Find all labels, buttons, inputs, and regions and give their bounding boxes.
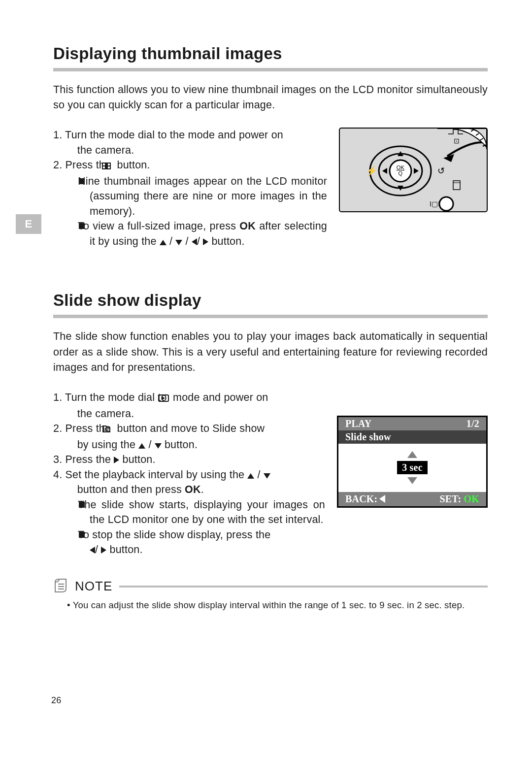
camera-diagram: OK Q ⚡ ↺ ⊡ I▢I: [339, 128, 488, 223]
lcd-subtitle: Slide show: [338, 430, 486, 444]
divider: [53, 68, 488, 71]
section1-body: 1. Turn the mode dial to the mode and po…: [53, 128, 488, 249]
lcd-footer: BACK: SET: OK: [338, 492, 486, 506]
up-icon: [160, 240, 166, 245]
lcd-interval-area: 3 sec: [338, 444, 486, 492]
sub-step: Nine thumbnail images appear on the LCD …: [79, 174, 327, 219]
step: 2. Press the button. Nine thumbnail imag…: [53, 158, 327, 249]
step: 3. Press the button.: [53, 452, 325, 467]
text: button and move to Slide show: [114, 423, 265, 434]
down-icon: [175, 240, 182, 245]
section-title-slideshow: Slide show display: [53, 291, 488, 310]
lcd-set-ok: OK: [464, 493, 479, 504]
sub-step: To stop the slide show display, press th…: [79, 527, 325, 557]
note-header: NOTE: [53, 578, 488, 595]
divider: [53, 315, 488, 318]
section2-body: 1. Turn the mode dial to mode and power …: [53, 390, 488, 557]
svg-rect-5: [339, 128, 487, 212]
text: .: [201, 484, 204, 495]
step: 2. Press the button and move to Slide sh…: [53, 421, 325, 452]
text: button and then press: [77, 484, 185, 495]
lcd-interval: 3 sec: [397, 461, 428, 474]
svg-text:↺: ↺: [437, 166, 445, 176]
text: mode and power on: [170, 392, 268, 403]
sub-step: To view a full-sized image, press OK aft…: [79, 219, 327, 249]
text: button.: [208, 235, 244, 247]
note-label: NOTE: [75, 579, 112, 594]
side-tab: E: [16, 214, 41, 234]
text: button.: [119, 454, 155, 465]
lcd-mockup: PLAY 1/2 Slide show 3 sec BACK: SET: OK: [337, 416, 488, 508]
svg-text:Q: Q: [399, 170, 403, 176]
up-icon: [407, 451, 417, 458]
right-icon: [114, 457, 119, 463]
down-icon: [264, 473, 270, 479]
section2-intro: The slide show function enables you to p…: [53, 329, 488, 375]
lcd-set-label: SET:: [440, 493, 464, 504]
left-icon: [379, 495, 385, 503]
svg-text:I▢I: I▢I: [430, 200, 440, 208]
note-icon: [53, 578, 68, 595]
lcd-header: PLAY 1/2: [338, 417, 486, 430]
note-text: • You can adjust the slide show display …: [67, 599, 488, 612]
lcd-back-label: BACK:: [345, 493, 377, 504]
manual-page: E Displaying thumbnail images This funct…: [0, 0, 532, 784]
text: button.: [106, 544, 142, 555]
text: 1. Turn the mode dial to: [53, 392, 170, 403]
section-title-thumbnails: Displaying thumbnail images: [53, 44, 488, 63]
svg-text:⚡: ⚡: [366, 165, 377, 176]
svg-text:OK: OK: [397, 164, 405, 170]
left-icon: [192, 238, 197, 245]
text: button.: [162, 439, 198, 451]
text: button.: [114, 159, 150, 171]
step: 1. Turn the mode dial to the mode and po…: [53, 128, 327, 158]
down-icon: [155, 443, 162, 449]
section2-steps: 1. Turn the mode dial to mode and power …: [53, 390, 325, 557]
svg-marker-28: [162, 396, 165, 400]
lcd-title: PLAY: [345, 418, 371, 429]
ok-label: OK: [185, 484, 201, 495]
svg-rect-4: [108, 166, 110, 168]
section1-steps: 1. Turn the mode dial to the mode and po…: [53, 128, 327, 249]
text: To view a full-sized image, press: [78, 220, 239, 232]
right-icon: [203, 238, 208, 245]
text: 4. Set the playback interval by using th…: [53, 469, 247, 481]
svg-rect-3: [103, 166, 105, 168]
text: the camera.: [77, 144, 134, 156]
text: 3. Press the: [53, 454, 114, 465]
text: the camera.: [77, 408, 134, 420]
svg-rect-2: [108, 163, 110, 165]
text: by using the: [77, 439, 139, 451]
lcd-page: 1/2: [466, 418, 479, 429]
divider: [119, 586, 488, 588]
svg-rect-1: [103, 163, 105, 165]
svg-text:⊡: ⊡: [454, 137, 460, 145]
ok-label: OK: [239, 220, 256, 232]
svg-point-19: [439, 197, 453, 211]
right-icon: [101, 547, 106, 554]
text: To stop the slide show display, press th…: [78, 529, 270, 541]
up-icon: [247, 473, 254, 479]
page-number: 26: [51, 695, 488, 706]
step: 1. Turn the mode dial to mode and power …: [53, 390, 325, 421]
left-icon: [90, 547, 95, 554]
step: 4. Set the playback interval by using th…: [53, 467, 325, 557]
down-icon: [407, 477, 417, 484]
text: 1. Turn the mode dial to the mode and po…: [53, 129, 283, 141]
sub-step: The slide show starts, displaying your i…: [79, 497, 325, 527]
up-icon: [138, 443, 145, 449]
section1-intro: This function allows you to view nine th…: [53, 82, 488, 113]
